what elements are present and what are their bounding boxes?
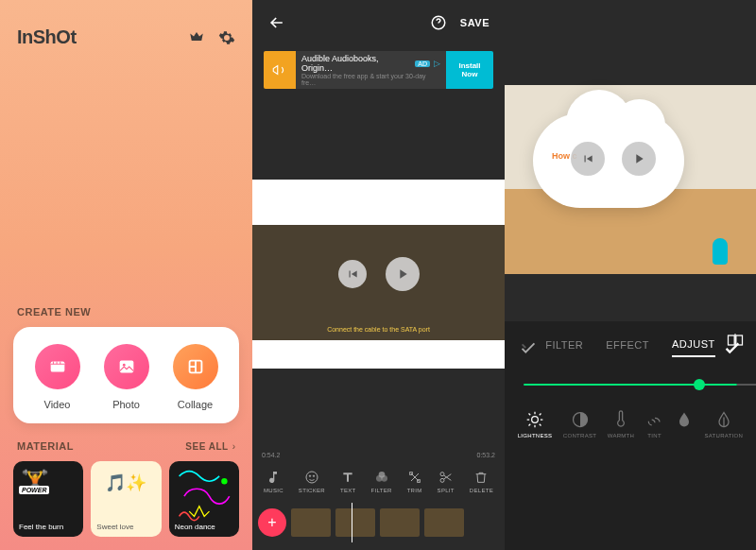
adjust-label: LIGHTNESS — [518, 433, 553, 438]
tab-effect[interactable]: EFFECT — [606, 339, 649, 356]
material-label: Sweet love — [96, 523, 155, 531]
tool-sticker[interactable]: STICKER — [299, 470, 325, 493]
tool-label: SPLIT — [438, 488, 455, 493]
ad-title: Audible Audiobooks, Origin… — [301, 54, 411, 73]
adjust-drop[interactable] — [675, 410, 694, 438]
tab-filter[interactable]: FILTER — [545, 339, 583, 356]
slider-knob[interactable] — [694, 379, 705, 390]
material-item-sweetlove[interactable]: 🎵✨ Sweet love — [91, 461, 161, 537]
svg-point-4 — [221, 478, 227, 484]
timeline-thumb[interactable] — [380, 508, 420, 537]
materials-row: 🏋️ POWER Feel the burn 🎵✨ Sweet love Neo… — [0, 461, 252, 550]
header-right: SAVE — [430, 14, 490, 31]
ad-title-row: Audible Audiobooks, Origin… AD ▷ — [301, 54, 440, 73]
create-photo-button[interactable]: Photo — [104, 344, 149, 410]
material-item-power[interactable]: 🏋️ POWER Feel the burn — [13, 461, 83, 537]
timeline-thumb[interactable] — [424, 508, 464, 537]
power-badge: POWER — [19, 486, 49, 494]
timeline-thumb[interactable] — [291, 508, 331, 537]
back-icon[interactable] — [267, 13, 286, 32]
editor-header: SAVE — [252, 0, 505, 45]
create-collage-button[interactable]: Collage — [173, 344, 218, 410]
timeline-thumb[interactable] — [335, 508, 375, 537]
adjust-label: TINT — [647, 433, 662, 438]
adjust-options: LIGHTNESS CONTRAST WARMTH TINT SATURATIO… — [505, 399, 756, 457]
play-button[interactable] — [622, 142, 656, 176]
playhead[interactable] — [352, 503, 352, 542]
prev-button[interactable] — [338, 260, 367, 288]
svg-point-6 — [306, 472, 318, 483]
adjust-label: SATURATION — [704, 433, 743, 438]
ad-play-icon: ▷ — [434, 59, 440, 68]
tool-label: DELETE — [470, 488, 493, 493]
tool-label: STICKER — [299, 488, 325, 493]
home-header: InShOt — [0, 0, 252, 48]
svg-point-2 — [122, 364, 125, 367]
create-video-button[interactable]: Video — [35, 344, 80, 410]
tool-label: TRIM — [407, 488, 422, 493]
material-header: MATERIAL SEE ALL › — [0, 440, 252, 461]
tool-delete[interactable]: DELETE — [470, 470, 493, 493]
material-label: Feel the burn — [19, 523, 77, 531]
video-preview[interactable]: Connect the cable to the SATA port — [252, 98, 505, 450]
ad-banner[interactable]: Audible Audiobooks, Origin… AD ▷ Downloa… — [264, 51, 493, 89]
adjust-contrast[interactable]: CONTRAST — [563, 410, 596, 438]
material-item-neon[interactable]: Neon dance — [169, 461, 239, 537]
video-subtitle: Connect the cable to the SATA port — [252, 326, 505, 333]
play-button[interactable] — [386, 257, 420, 291]
prev-button[interactable] — [571, 142, 605, 176]
create-label: Collage — [178, 399, 213, 410]
figure-decoration — [713, 238, 728, 265]
adjust-label: CONTRAST — [563, 433, 596, 438]
svg-point-7 — [309, 475, 310, 476]
neon-art — [169, 461, 239, 531]
adjust-preview[interactable]: How c — [505, 0, 756, 321]
adjust-lightness[interactable]: LIGHTNESS — [518, 410, 553, 438]
crown-icon[interactable] — [188, 29, 205, 46]
adjust-warmth[interactable]: WARMTH — [608, 410, 635, 438]
material-label: MATERIAL — [17, 440, 74, 452]
ad-cta-button[interactable]: Install Now — [446, 51, 493, 89]
create-label: Video — [44, 399, 71, 410]
create-label: Photo — [112, 399, 140, 410]
ad-body: Audible Audiobooks, Origin… AD ▷ Downloa… — [296, 51, 446, 89]
tool-trim[interactable]: TRIM — [407, 470, 422, 493]
ad-badge: AD — [415, 60, 430, 67]
settings-icon[interactable] — [218, 29, 235, 46]
svg-point-8 — [313, 475, 314, 476]
create-new-card: Video Photo Collage — [13, 327, 239, 423]
add-clip-button[interactable]: + — [258, 508, 286, 537]
tool-text[interactable]: TEXT — [340, 470, 356, 493]
svg-point-18 — [532, 417, 539, 423]
tab-adjust[interactable]: ADJUST — [672, 338, 715, 357]
video-icon — [35, 344, 80, 389]
adjust-tabs: FILTER EFFECT ADJUST — [505, 321, 756, 367]
editor-panel: SAVE Audible Audiobooks, Origin… AD ▷ Do… — [252, 0, 505, 550]
help-icon[interactable] — [430, 14, 447, 31]
svg-point-14 — [440, 473, 444, 476]
timeline[interactable]: + — [252, 499, 505, 550]
tool-filter[interactable]: FILTER — [371, 470, 392, 493]
slider-track — [524, 384, 737, 386]
photo-icon — [104, 344, 149, 389]
tool-label: TEXT — [340, 488, 356, 493]
tool-split[interactable]: SPLIT — [438, 470, 455, 493]
time-display: 0:54.2 0:53.2 — [252, 450, 505, 460]
svg-rect-1 — [119, 361, 133, 373]
svg-point-15 — [440, 478, 444, 482]
tool-music[interactable]: MUSIC — [264, 470, 284, 493]
adjust-tint[interactable]: TINT — [645, 410, 664, 438]
music-art: 🎵✨ — [91, 473, 161, 493]
see-all-button[interactable]: SEE ALL › — [185, 441, 235, 452]
ad-icon — [264, 51, 296, 89]
inshot-home-panel: InShOt CREATE NEW Video Photo — [0, 0, 252, 550]
adjust-slider[interactable] — [505, 367, 756, 399]
adjust-saturation[interactable]: SATURATION — [704, 410, 743, 438]
confirm-icon[interactable] — [722, 337, 743, 358]
cancel-icon[interactable] — [518, 337, 539, 358]
create-new-label: CREATE NEW — [0, 306, 252, 327]
playback-controls — [571, 142, 656, 176]
time-start: 0:54.2 — [262, 452, 280, 458]
save-button[interactable]: SAVE — [460, 17, 490, 28]
header-icons — [188, 29, 235, 46]
